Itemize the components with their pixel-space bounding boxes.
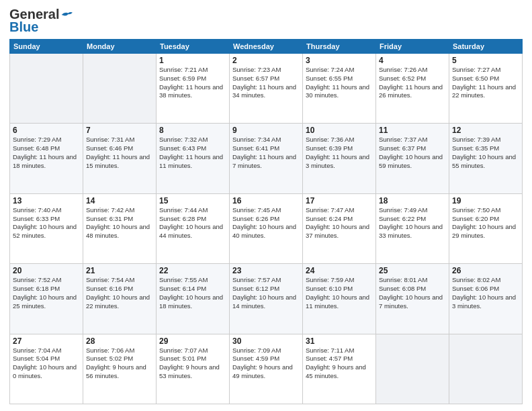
day-cell: 29Sunrise: 7:07 AM Sunset: 5:01 PM Dayli… bbox=[157, 334, 230, 404]
day-number: 26 bbox=[452, 266, 519, 275]
day-detail: Sunrise: 7:47 AM Sunset: 6:24 PM Dayligh… bbox=[306, 206, 373, 240]
day-detail: Sunrise: 7:26 AM Sunset: 6:52 PM Dayligh… bbox=[379, 66, 446, 100]
day-number: 23 bbox=[232, 266, 300, 275]
logo: General Blue bbox=[9, 7, 73, 35]
day-detail: Sunrise: 7:50 AM Sunset: 6:20 PM Dayligh… bbox=[452, 206, 519, 240]
day-cell: 7Sunrise: 7:31 AM Sunset: 6:46 PM Daylig… bbox=[83, 124, 157, 193]
day-detail: Sunrise: 7:29 AM Sunset: 6:48 PM Dayligh… bbox=[13, 136, 80, 170]
day-detail: Sunrise: 7:54 AM Sunset: 6:16 PM Dayligh… bbox=[86, 276, 153, 310]
day-number: 17 bbox=[306, 196, 373, 205]
day-number: 31 bbox=[306, 336, 373, 346]
day-cell: 21Sunrise: 7:54 AM Sunset: 6:16 PM Dayli… bbox=[83, 264, 157, 334]
day-number: 12 bbox=[452, 126, 519, 135]
day-number: 8 bbox=[159, 126, 226, 135]
week-row-3: 13Sunrise: 7:40 AM Sunset: 6:33 PM Dayli… bbox=[10, 193, 523, 263]
day-detail: Sunrise: 7:09 AM Sunset: 4:59 PM Dayligh… bbox=[232, 347, 300, 381]
weekday-saturday: Saturday bbox=[449, 40, 523, 54]
day-cell: 28Sunrise: 7:06 AM Sunset: 5:02 PM Dayli… bbox=[83, 334, 157, 404]
day-cell: 15Sunrise: 7:44 AM Sunset: 6:28 PM Dayli… bbox=[157, 193, 230, 263]
day-detail: Sunrise: 7:36 AM Sunset: 6:39 PM Dayligh… bbox=[306, 136, 373, 170]
page: General Blue SundayMondayTuesdayWednesda… bbox=[0, 0, 532, 411]
day-cell: 11Sunrise: 7:37 AM Sunset: 6:37 PM Dayli… bbox=[376, 124, 449, 193]
day-detail: Sunrise: 7:04 AM Sunset: 5:04 PM Dayligh… bbox=[13, 347, 80, 381]
day-detail: Sunrise: 7:57 AM Sunset: 6:12 PM Dayligh… bbox=[232, 276, 300, 310]
weekday-tuesday: Tuesday bbox=[157, 40, 230, 54]
day-cell: 25Sunrise: 8:01 AM Sunset: 6:08 PM Dayli… bbox=[376, 264, 449, 334]
day-detail: Sunrise: 8:02 AM Sunset: 6:06 PM Dayligh… bbox=[452, 276, 519, 310]
day-number: 13 bbox=[13, 196, 80, 205]
day-number: 11 bbox=[379, 126, 446, 135]
day-cell bbox=[83, 54, 157, 124]
day-detail: Sunrise: 7:27 AM Sunset: 6:50 PM Dayligh… bbox=[452, 66, 519, 100]
day-number: 1 bbox=[159, 56, 226, 65]
day-number: 6 bbox=[13, 126, 80, 135]
header: General Blue bbox=[9, 7, 523, 35]
day-number: 29 bbox=[159, 336, 226, 346]
day-number: 27 bbox=[13, 336, 80, 346]
day-detail: Sunrise: 7:11 AM Sunset: 4:57 PM Dayligh… bbox=[306, 347, 373, 381]
logo-blue: Blue bbox=[9, 19, 38, 35]
week-row-4: 20Sunrise: 7:52 AM Sunset: 6:18 PM Dayli… bbox=[10, 264, 523, 334]
day-number: 5 bbox=[452, 56, 519, 65]
day-cell: 1Sunrise: 7:21 AM Sunset: 6:59 PM Daylig… bbox=[157, 54, 230, 124]
day-cell: 23Sunrise: 7:57 AM Sunset: 6:12 PM Dayli… bbox=[230, 264, 303, 334]
week-row-5: 27Sunrise: 7:04 AM Sunset: 5:04 PM Dayli… bbox=[10, 334, 523, 404]
day-cell: 18Sunrise: 7:49 AM Sunset: 6:22 PM Dayli… bbox=[376, 193, 449, 263]
day-cell: 5Sunrise: 7:27 AM Sunset: 6:50 PM Daylig… bbox=[449, 54, 523, 124]
week-row-2: 6Sunrise: 7:29 AM Sunset: 6:48 PM Daylig… bbox=[10, 124, 523, 193]
day-number: 16 bbox=[232, 196, 300, 205]
day-number: 30 bbox=[232, 336, 300, 346]
day-cell bbox=[376, 334, 449, 404]
day-number: 19 bbox=[452, 196, 519, 205]
day-cell: 14Sunrise: 7:42 AM Sunset: 6:31 PM Dayli… bbox=[83, 193, 157, 263]
day-cell: 17Sunrise: 7:47 AM Sunset: 6:24 PM Dayli… bbox=[303, 193, 376, 263]
day-cell: 31Sunrise: 7:11 AM Sunset: 4:57 PM Dayli… bbox=[303, 334, 376, 404]
day-detail: Sunrise: 7:49 AM Sunset: 6:22 PM Dayligh… bbox=[379, 206, 446, 240]
day-cell: 13Sunrise: 7:40 AM Sunset: 6:33 PM Dayli… bbox=[10, 193, 83, 263]
day-number: 14 bbox=[86, 196, 153, 205]
day-cell: 12Sunrise: 7:39 AM Sunset: 6:35 PM Dayli… bbox=[449, 124, 523, 193]
day-cell: 30Sunrise: 7:09 AM Sunset: 4:59 PM Dayli… bbox=[230, 334, 303, 404]
week-row-1: 1Sunrise: 7:21 AM Sunset: 6:59 PM Daylig… bbox=[10, 54, 523, 124]
day-number: 10 bbox=[306, 126, 373, 135]
day-detail: Sunrise: 7:34 AM Sunset: 6:41 PM Dayligh… bbox=[232, 136, 300, 170]
logo-bird-icon bbox=[60, 10, 73, 19]
day-cell: 22Sunrise: 7:55 AM Sunset: 6:14 PM Dayli… bbox=[157, 264, 230, 334]
day-detail: Sunrise: 7:37 AM Sunset: 6:37 PM Dayligh… bbox=[379, 136, 446, 170]
day-number: 15 bbox=[159, 196, 226, 205]
day-detail: Sunrise: 7:24 AM Sunset: 6:55 PM Dayligh… bbox=[306, 66, 373, 100]
day-detail: Sunrise: 7:59 AM Sunset: 6:10 PM Dayligh… bbox=[306, 276, 373, 310]
day-cell: 2Sunrise: 7:23 AM Sunset: 6:57 PM Daylig… bbox=[230, 54, 303, 124]
day-cell: 19Sunrise: 7:50 AM Sunset: 6:20 PM Dayli… bbox=[449, 193, 523, 263]
weekday-thursday: Thursday bbox=[303, 40, 376, 54]
day-number: 20 bbox=[13, 266, 80, 275]
day-detail: Sunrise: 8:01 AM Sunset: 6:08 PM Dayligh… bbox=[379, 276, 446, 310]
day-number: 28 bbox=[86, 336, 153, 346]
day-number: 25 bbox=[379, 266, 446, 275]
day-detail: Sunrise: 7:07 AM Sunset: 5:01 PM Dayligh… bbox=[159, 347, 226, 381]
day-detail: Sunrise: 7:06 AM Sunset: 5:02 PM Dayligh… bbox=[86, 347, 153, 381]
day-number: 2 bbox=[232, 56, 300, 65]
day-cell: 10Sunrise: 7:36 AM Sunset: 6:39 PM Dayli… bbox=[303, 124, 376, 193]
weekday-wednesday: Wednesday bbox=[230, 40, 303, 54]
day-cell: 26Sunrise: 8:02 AM Sunset: 6:06 PM Dayli… bbox=[449, 264, 523, 334]
day-detail: Sunrise: 7:40 AM Sunset: 6:33 PM Dayligh… bbox=[13, 206, 80, 240]
day-cell: 27Sunrise: 7:04 AM Sunset: 5:04 PM Dayli… bbox=[10, 334, 83, 404]
day-detail: Sunrise: 7:45 AM Sunset: 6:26 PM Dayligh… bbox=[232, 206, 300, 240]
day-cell bbox=[449, 334, 523, 404]
day-detail: Sunrise: 7:21 AM Sunset: 6:59 PM Dayligh… bbox=[159, 66, 226, 100]
day-cell: 20Sunrise: 7:52 AM Sunset: 6:18 PM Dayli… bbox=[10, 264, 83, 334]
day-cell: 9Sunrise: 7:34 AM Sunset: 6:41 PM Daylig… bbox=[230, 124, 303, 193]
day-detail: Sunrise: 7:55 AM Sunset: 6:14 PM Dayligh… bbox=[159, 276, 226, 310]
day-detail: Sunrise: 7:31 AM Sunset: 6:46 PM Dayligh… bbox=[86, 136, 153, 170]
day-cell: 6Sunrise: 7:29 AM Sunset: 6:48 PM Daylig… bbox=[10, 124, 83, 193]
day-number: 7 bbox=[86, 126, 153, 135]
day-number: 22 bbox=[159, 266, 226, 275]
day-cell: 8Sunrise: 7:32 AM Sunset: 6:43 PM Daylig… bbox=[157, 124, 230, 193]
day-number: 18 bbox=[379, 196, 446, 205]
weekday-monday: Monday bbox=[83, 40, 157, 54]
day-number: 9 bbox=[232, 126, 300, 135]
day-cell bbox=[10, 54, 83, 124]
day-detail: Sunrise: 7:52 AM Sunset: 6:18 PM Dayligh… bbox=[13, 276, 80, 310]
day-detail: Sunrise: 7:32 AM Sunset: 6:43 PM Dayligh… bbox=[159, 136, 226, 170]
